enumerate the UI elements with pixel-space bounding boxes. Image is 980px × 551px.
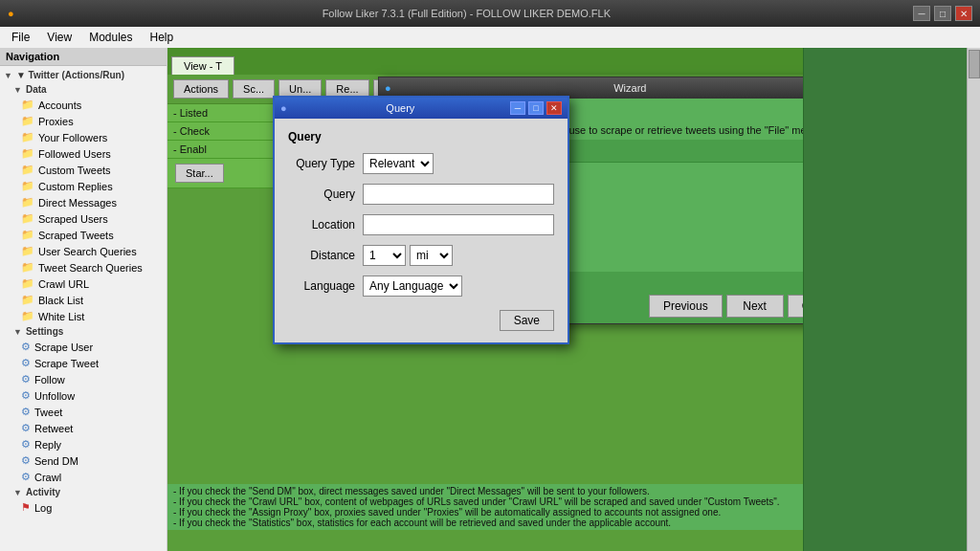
gear-icon4: ⚙ [21,389,31,402]
query-section-label: Query [288,130,554,143]
twitter-section[interactable]: ▼ ▼ Twitter (Actions/Run) [0,68,167,82]
sidebar-item-tweet-search[interactable]: 📁 Tweet Search Queries [0,259,167,276]
data-section[interactable]: ▼ Data [0,82,167,97]
sidebar-item-blacklist[interactable]: 📁 Black List [0,292,167,308]
language-select[interactable]: Any Language English Spanish French [363,276,462,297]
triangle-icon: ▼ [4,71,12,80]
sidebar-item-log[interactable]: ⚑ Log [0,499,167,516]
actions-label: Actions [173,79,229,99]
scroll-thumb[interactable] [969,50,980,78]
bottom-line-crawl: - If you check the "Crawl URL" box, cont… [173,496,797,507]
query-icon: ● [280,102,287,114]
sidebar-item-tweet[interactable]: ⚙ Tweet [0,404,167,420]
sidebar-item-followed-users[interactable]: 📁 Followed Users [0,145,167,162]
sidebar-item-your-followers[interactable]: 📁 Your Followers [0,129,167,145]
right-panel [803,48,980,551]
sidebar-item-scrape-tweet[interactable]: ⚙ Scrape Tweet [0,355,167,371]
sidebar-item-whitelist[interactable]: 📁 White List [0,308,167,324]
sidebar-item-accounts[interactable]: 📁 Accounts [0,97,167,113]
folder-icon: 📁 [21,180,34,192]
wizard-icon: ● [385,82,391,94]
distance-value-select[interactable]: 1 5 10 25 [363,245,406,266]
bottom-line-proxy: - If you check the "Assign Proxy" box, p… [173,507,797,518]
query-minimize-btn[interactable]: ─ [510,101,525,115]
wizard-cancel-btn[interactable]: Cancel [788,295,803,318]
app-icon: ● [8,8,14,19]
sidebar-item-direct-messages[interactable]: 📁 Direct Messages [0,194,167,210]
menu-modules[interactable]: Modules [81,29,140,46]
title-bar: ● Follow Liker 7.3.1 (Full Edition) - FO… [0,0,980,27]
folder-icon: 📁 [21,310,34,322]
sidebar-item-unfollow[interactable]: ⚙ Unfollow [0,387,167,404]
query-type-select[interactable]: Relevant Recent Popular [363,153,434,174]
menu-help[interactable]: Help [143,29,182,46]
folder-icon: 📁 [21,277,34,290]
sidebar-item-crawl[interactable]: ⚙ Crawl [0,469,167,485]
bottom-info: - If you check the "Send DM" box, direct… [167,484,803,530]
location-row: Location [288,214,554,235]
sidebar: Navigation ▼ ▼ Twitter (Actions/Run) ▼ D… [0,48,167,551]
menu-file[interactable]: File [4,29,37,46]
query-restore-btn[interactable]: □ [528,101,544,115]
sidebar-item-crawl-url[interactable]: 📁 Crawl URL [0,276,167,292]
triangle-icon4: ▼ [13,488,22,497]
tab-view[interactable]: View - T [171,56,234,75]
query-input[interactable] [363,184,554,205]
location-input[interactable] [363,214,554,235]
query-input-row: Query [288,184,554,205]
sidebar-item-custom-replies[interactable]: 📁 Custom Replies [0,178,167,194]
distance-unit-select[interactable]: mi km [410,245,453,266]
settings-section[interactable]: ▼ Settings [0,324,167,339]
wizard-title: Wizard [613,82,646,94]
folder-icon: 📁 [21,294,34,306]
sidebar-item-user-search[interactable]: 📁 User Search Queries [0,243,167,259]
gear-icon5: ⚙ [21,406,31,418]
gear-icon: ⚙ [21,341,31,353]
restore-button[interactable]: □ [934,6,951,21]
folder-icon: 📁 [21,196,34,209]
folder-icon: 📁 [21,245,34,257]
query-close-btn[interactable]: ✕ [546,101,562,115]
sidebar-item-scrape-user[interactable]: ⚙ Scrape User [0,339,167,355]
gear-icon6: ⚙ [21,422,31,434]
wizard-previous-btn[interactable]: Previous [649,295,723,318]
gear-icon8: ⚙ [21,454,31,467]
query-label: Query [288,187,355,201]
scrape-btn[interactable]: Sc... [233,79,275,99]
folder-icon: 📁 [21,261,34,274]
sidebar-item-scraped-users[interactable]: 📁 Scraped Users [0,210,167,227]
wizard-next-btn[interactable]: Next [726,295,784,318]
minimize-button[interactable]: ─ [913,6,930,21]
menu-bar: File View Modules Help [0,27,980,48]
sidebar-header: Navigation [0,48,167,66]
menu-view[interactable]: View [39,29,79,46]
folder-icon: 📁 [21,229,34,241]
close-button[interactable]: ✕ [955,6,972,21]
query-save-btn[interactable]: Save [500,310,554,331]
distance-label: Distance [288,249,355,262]
folder-icon: 📁 [21,131,34,143]
tab-bar: View - T [167,48,803,75]
sidebar-item-follow[interactable]: ⚙ Follow [0,371,167,387]
activity-section[interactable]: ▼ Activity [0,485,167,499]
location-label: Location [288,218,355,231]
content-area: View - T Actions Sc... Un... Re... As...… [167,48,803,551]
sidebar-item-proxies[interactable]: 📁 Proxies [0,113,167,129]
triangle-icon3: ▼ [13,327,22,337]
sidebar-item-send-dm[interactable]: ⚙ Send DM [0,452,167,469]
sidebar-item-retweet[interactable]: ⚙ Retweet [0,420,167,436]
language-label: Language [288,279,355,293]
query-save-row: Save [288,310,554,331]
gear-icon9: ⚙ [21,471,31,483]
gear-icon7: ⚙ [21,438,31,451]
right-scrollbar[interactable] [967,48,980,551]
bottom-line-senddm: - If you check the "Send DM" box, direct… [173,486,797,496]
sidebar-item-custom-tweets[interactable]: 📁 Custom Tweets [0,162,167,178]
sidebar-item-scraped-tweets[interactable]: 📁 Scraped Tweets [0,227,167,243]
folder-icon: 📁 [21,115,34,127]
triangle-icon2: ▼ [13,85,22,95]
sidebar-item-reply[interactable]: ⚙ Reply [0,436,167,452]
distance-row: Distance 1 5 10 25 mi km [288,245,554,266]
gear-icon3: ⚙ [21,373,31,386]
start-btn[interactable]: Star... [175,164,224,183]
